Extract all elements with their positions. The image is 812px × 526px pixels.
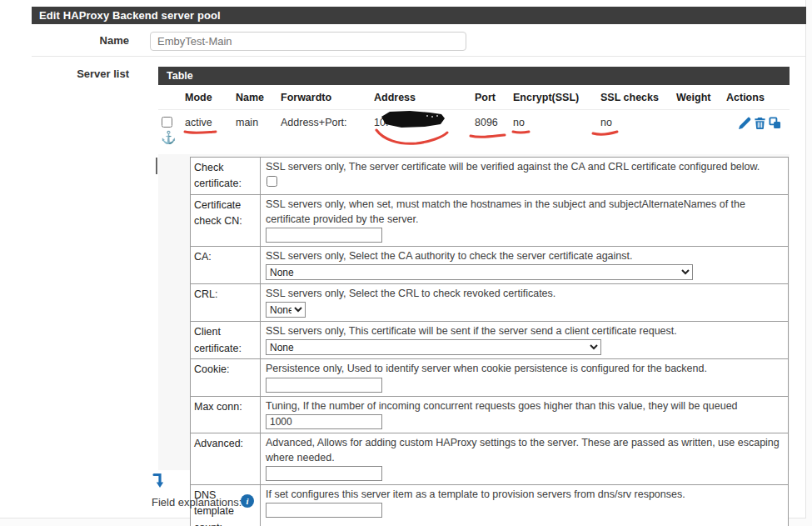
col-name: Name	[236, 92, 281, 103]
field-row-cookie: Cookie: Persistence only, Used to identi…	[191, 359, 788, 396]
row-select-checkbox[interactable]	[162, 117, 172, 128]
name-input[interactable]	[150, 32, 466, 51]
table-panel-heading: Table	[158, 67, 790, 85]
field-description: SSL servers only, Select the CRL to chec…	[266, 288, 555, 299]
col-ssl-checks: SSL checks	[600, 92, 676, 103]
field-description: If set configures this server item as a …	[266, 488, 685, 500]
server-table-panel: Table Mode Name Forwardto Address Port E…	[158, 67, 790, 154]
server-list-label: Server list	[0, 68, 129, 80]
field-row-advanced: Advanced: Advanced, Allows for adding cu…	[191, 433, 788, 485]
client-certificate-select[interactable]: None	[266, 339, 601, 355]
field-label: Certificate check CN:	[191, 195, 261, 246]
pencil-icon[interactable]	[739, 117, 751, 129]
field-row-dns-template-count: DNS template count: If set configures th…	[191, 485, 788, 526]
field-label: Advanced:	[191, 433, 261, 484]
field-description: Tuning, If the number of incoming concur…	[266, 400, 738, 412]
field-description: SSL servers only, when set, must match t…	[266, 198, 745, 225]
trash-icon[interactable]	[754, 117, 766, 129]
col-actions: Actions	[726, 92, 790, 103]
row-port: 8096	[475, 110, 513, 154]
field-row-crl: CRL: SSL servers only, Select the CRL to…	[191, 284, 788, 322]
field-label: CA:	[191, 247, 261, 283]
field-row-check-certificate: Check certificate: SSL servers only, The…	[191, 158, 788, 195]
table-header-row: Mode Name Forwardto Address Port Encrypt…	[158, 85, 790, 110]
col-forwardto: Forwardto	[281, 92, 374, 103]
field-row-client-certificate: Client certificate: SSL servers only, Th…	[191, 322, 788, 359]
check-certificate-checkbox[interactable]	[267, 176, 277, 187]
row-forwardto: Address+Port:	[281, 110, 374, 154]
page-content: Edit HAProxy Backend server pool Name Se…	[0, 0, 806, 518]
anchor-icon[interactable]: ⚓	[161, 131, 177, 143]
info-icon[interactable]: i	[241, 494, 254, 508]
field-description: SSL servers only, The server certificate…	[266, 161, 760, 173]
field-explanations-label: Field explanations:	[152, 496, 242, 508]
col-address: Address	[374, 92, 475, 103]
row-weight	[676, 110, 726, 154]
row-address: 10.	[374, 110, 475, 154]
field-description: SSL servers only, This certificate will …	[266, 325, 677, 337]
dns-template-count-input[interactable]	[266, 503, 382, 518]
server-detail-table: Check certificate: SSL servers only, The…	[190, 157, 789, 526]
field-description: Persistence only, Used to identify serve…	[266, 363, 707, 374]
col-port: Port	[475, 92, 513, 103]
ca-select[interactable]: None	[266, 264, 693, 280]
name-field-label: Name	[0, 34, 129, 47]
copy-icon[interactable]	[769, 117, 781, 129]
section-divider	[32, 56, 806, 57]
page-title: Edit HAProxy Backend server pool	[32, 7, 806, 24]
detail-left-tick	[156, 158, 157, 174]
field-label: Max conn:	[191, 397, 261, 433]
cookie-input[interactable]	[266, 378, 382, 393]
row-ssl-checks: no	[600, 110, 676, 154]
col-weight: Weight	[676, 92, 726, 103]
field-description: Advanced, Allows for adding custom HAPro…	[266, 437, 780, 463]
advanced-input[interactable]	[266, 466, 382, 481]
max-conn-input[interactable]	[266, 414, 382, 429]
col-mode: Mode	[185, 92, 236, 103]
field-label: Cookie:	[191, 359, 261, 395]
table-row: ⚓ active main Address+Port: 10. 8096 no …	[158, 110, 790, 154]
field-row-ca: CA: SSL servers only, Select the CA auth…	[191, 247, 788, 284]
row-name: main	[236, 110, 281, 154]
field-row-certificate-check-cn: Certificate check CN: SSL servers only, …	[191, 195, 788, 247]
crl-select[interactable]: None	[266, 302, 306, 318]
row-mode: active	[185, 110, 236, 154]
row-encrypt-ssl: no	[513, 110, 600, 154]
field-label: Client certificate:	[191, 322, 261, 358]
server-detail-band: Check certificate: SSL servers only, The…	[158, 154, 790, 470]
col-encrypt-ssl: Encrypt(SSL)	[513, 92, 600, 103]
level-down-icon[interactable]	[152, 472, 166, 489]
field-label: Check certificate:	[191, 158, 261, 194]
field-description: SSL servers only, Select the CA authorit…	[266, 250, 633, 262]
field-row-max-conn: Max conn: Tuning, If the number of incom…	[191, 397, 788, 433]
certificate-check-cn-input[interactable]	[266, 228, 382, 243]
row-actions	[726, 110, 790, 154]
field-label: CRL:	[191, 284, 261, 321]
